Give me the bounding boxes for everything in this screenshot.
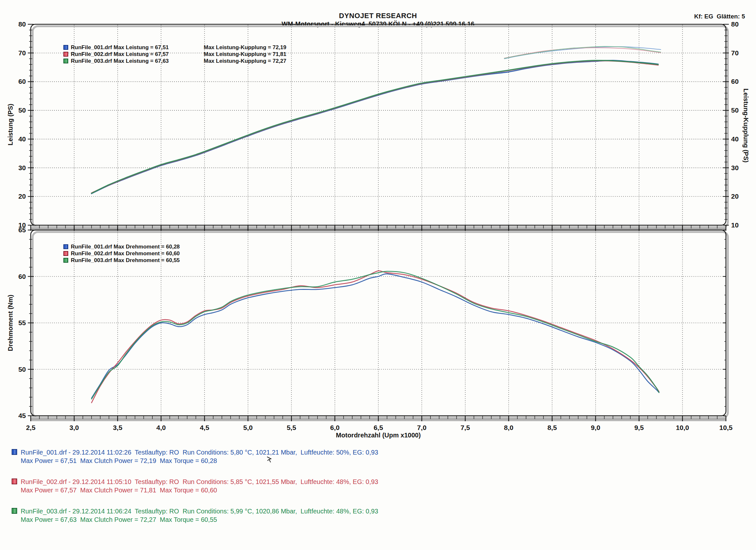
x-tick-label: 6,5 [373, 424, 383, 431]
x-tick-label: 9,0 [591, 424, 600, 431]
y-tick-labels: 6560555045 [18, 226, 26, 419]
y-tick-label-left: 60 [18, 78, 26, 85]
y-tick-label-left: 45 [18, 412, 26, 419]
curve-runfile-002-drf-leistung [92, 61, 658, 193]
x-tick-label: 4,0 [156, 424, 166, 431]
legend-swatch-run3 [63, 59, 68, 63]
run-summary-2: RunFile_002.drf - 29.12.2014 11:05:10 Te… [12, 478, 378, 494]
y-tick-label-left: 65 [18, 226, 26, 233]
y-tick-label-right: 40 [731, 135, 739, 143]
x-tick-label: 4,5 [200, 424, 210, 431]
x-tick-label: 6,0 [330, 424, 340, 431]
y-tick-label-right: 30 [731, 164, 739, 171]
run-conditions-line: RunFile_002.drf - 29.12.2014 11:05:10 Te… [21, 478, 378, 486]
y-tick-label-left: 30 [18, 164, 26, 171]
legend-label: RunFile_003.drf Max Leistung = 67,63 [71, 58, 169, 64]
legend-clutch-label: Max Leistung-Kupplung = 71,81 [204, 51, 286, 58]
x-tick-label: 3,0 [70, 424, 79, 431]
power-legend-row: RunFile_002.drf Max Leistung = 67,57 Max… [63, 51, 169, 58]
y-tick-label-right: 80 [731, 20, 739, 28]
x-tick-label: 10,5 [719, 424, 733, 431]
torque-legend: RunFile_001.drf Max Drehmoment = 60,28 R… [63, 243, 180, 264]
y-tick-label-left: 60 [18, 273, 26, 280]
curve-runfile-002-drf-leistung-kupplung [504, 48, 661, 58]
run-summary-3: RunFile_003.drf - 29.12.2014 11:06:24 Te… [12, 507, 378, 524]
run-swatch-run1 [12, 449, 17, 455]
legend-swatch-run1 [63, 244, 68, 249]
x-tick-label: 5,5 [287, 424, 297, 431]
x-tick-label: 2,5 [26, 424, 36, 431]
power-legend: RunFile_001.drf Max Leistung = 67,51 Max… [63, 44, 169, 64]
torque-y-axis-title: Drehmoment (Nm) [7, 295, 14, 351]
y-tick-label-right: 70 [731, 49, 739, 57]
legend-swatch-run2 [63, 251, 68, 256]
run-conditions-line: RunFile_003.drf - 29.12.2014 11:06:24 Te… [21, 507, 378, 515]
y-tick-label-right: 50 [731, 106, 739, 114]
y-tick-label-left: 55 [18, 319, 26, 327]
y-tick-label-right: 20 [731, 192, 739, 200]
power-y-axis-title: Leistung (PS) [7, 104, 14, 145]
dyno-run-sheet: DYNOJET RESEARCH WM-Motorsport - Kiesweg… [0, 0, 756, 550]
run-maxvalues-line: Max Power = 67,63 Max Clutch Power = 72,… [21, 515, 378, 524]
x-axis-title: Motordrehzahl (Upm x1000) [336, 432, 421, 439]
y-tick-label-right: 60 [731, 78, 739, 85]
x-tick-label: 5,0 [243, 424, 253, 431]
curve-runfile-002-drf-drehmoment [92, 271, 659, 403]
run-maxvalues-line: Max Power = 67,57 Max Clutch Power = 71,… [21, 486, 378, 494]
legend-label: RunFile_002.drf Max Leistung = 67,57 [71, 51, 169, 58]
legend-label: RunFile_003.drf Max Drehmoment = 60,55 [71, 257, 180, 264]
legend-clutch-label: Max Leistung-Kupplung = 72,27 [204, 58, 286, 64]
y-tick-label-left: 20 [18, 192, 26, 200]
power-legend-row: RunFile_003.drf Max Leistung = 67,63 Max… [63, 58, 169, 64]
x-tick-label: 9,5 [634, 424, 644, 431]
y-tick-label-left: 70 [18, 49, 26, 57]
clutch-y-axis-title: Leistung-Kupplung (PS) [742, 89, 750, 163]
legend-label: RunFile_002.drf Max Drehmoment = 60,60 [71, 250, 180, 257]
run-swatch-run2 [12, 479, 17, 484]
legend-swatch-run3 [63, 258, 68, 263]
x-tick-label: 10,0 [676, 424, 689, 431]
legend-swatch-run2 [63, 52, 68, 57]
power-chart-canvas: 80807070606050504040303020201010 [0, 0, 756, 233]
run-conditions-line: RunFile_001.drf - 29.12.2014 11:02:26 Te… [21, 448, 378, 457]
x-tick-label: 3,5 [113, 424, 123, 431]
power-legend-row: RunFile_001.drf Max Leistung = 67,51 Max… [63, 44, 169, 51]
x-tick-label: 8,5 [547, 424, 557, 431]
legend-label: RunFile_001.drf Max Drehmoment = 60,28 [71, 243, 180, 250]
curve-runfile-001-drf-leistung [92, 60, 658, 194]
run-swatch-run3 [12, 508, 17, 514]
x-tick-label: 8,0 [504, 424, 513, 431]
torque-legend-row: RunFile_003.drf Max Drehmoment = 60,55 [63, 257, 180, 264]
y-tick-label-left: 50 [18, 106, 26, 114]
legend-swatch-run1 [63, 45, 68, 50]
x-tick-labels: 2,53,03,54,04,55,05,56,06,57,07,58,08,59… [26, 424, 732, 431]
torque-legend-row: RunFile_001.drf Max Drehmoment = 60,28 [63, 243, 180, 250]
curve-runfile-003-drf-leistung [92, 60, 658, 193]
y-tick-label-left: 40 [18, 135, 26, 143]
curve-runfile-001-drf-drehmoment [92, 274, 659, 398]
run-summary-1: RunFile_001.drf - 29.12.2014 11:02:26 Te… [12, 448, 378, 465]
legend-clutch-label: Max Leistung-Kupplung = 72,19 [204, 44, 286, 51]
run-maxvalues-line: Max Power = 67,51 Max Clutch Power = 72,… [21, 457, 378, 465]
y-tick-label-left: 80 [18, 20, 26, 28]
cursor-artifact-icon [266, 456, 275, 464]
x-tick-label: 7,0 [417, 424, 427, 431]
x-tick-label: 7,5 [460, 424, 470, 431]
legend-label: RunFile_001.drf Max Leistung = 67,51 [71, 44, 169, 51]
y-tick-label-left: 50 [18, 366, 26, 373]
torque-legend-row: RunFile_002.drf Max Drehmoment = 60,60 [63, 250, 180, 257]
